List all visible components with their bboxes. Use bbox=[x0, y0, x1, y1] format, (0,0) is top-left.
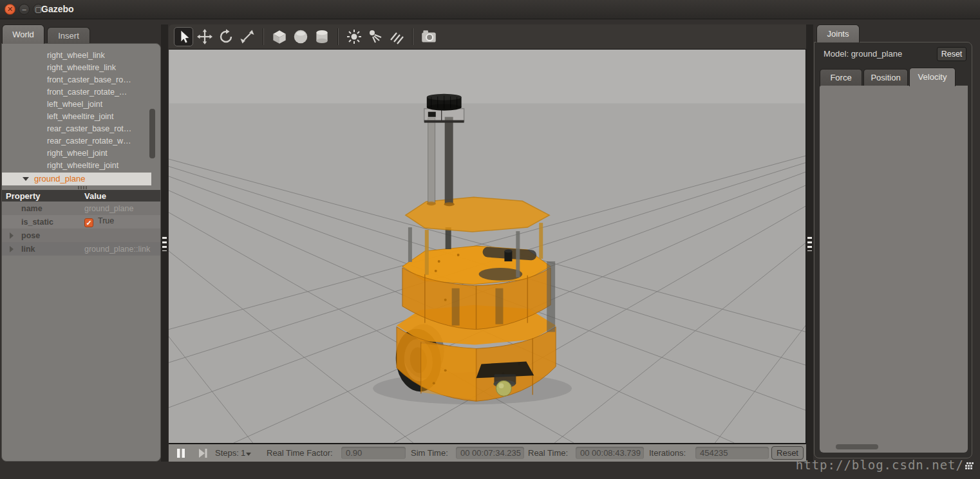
tree-item[interactable]: right_wheeltire_link bbox=[2, 62, 160, 74]
arrow-cursor-icon bbox=[176, 29, 191, 44]
property-table: Property Value name ground_plane is_stat… bbox=[2, 190, 161, 256]
tree-item[interactable]: right_wheel_link bbox=[2, 50, 160, 62]
step-button[interactable] bbox=[194, 447, 211, 460]
point-light-button[interactable] bbox=[344, 27, 364, 46]
scale-tool-button[interactable] bbox=[238, 27, 257, 46]
tree-scrollbar-thumb[interactable] bbox=[149, 109, 155, 158]
scale-icon bbox=[239, 28, 256, 45]
right-splitter[interactable] bbox=[806, 24, 813, 462]
header-property: Property bbox=[2, 191, 82, 201]
world-panel: right_wheel_link right_wheeltire_link fr… bbox=[1, 43, 161, 462]
sphere-icon bbox=[292, 28, 310, 46]
sim-time-label: Sim Time: bbox=[411, 448, 448, 458]
left-splitter[interactable] bbox=[161, 24, 168, 462]
tab-insert[interactable]: Insert bbox=[47, 27, 90, 44]
toolbar-separator bbox=[337, 28, 339, 45]
expand-right-icon[interactable] bbox=[10, 232, 14, 239]
toolbar-separator bbox=[263, 28, 264, 45]
view-toolbar bbox=[169, 24, 806, 49]
window-minimize-button[interactable]: – bbox=[19, 4, 30, 15]
tab-force[interactable]: Force bbox=[820, 69, 862, 86]
tree-item[interactable]: right_wheel_joint bbox=[2, 147, 160, 160]
tree-item[interactable]: front_caster_rotate_… bbox=[2, 86, 160, 99]
joints-reset-button[interactable]: Reset bbox=[937, 47, 966, 61]
rotate-icon bbox=[218, 28, 234, 45]
sky bbox=[169, 50, 805, 104]
property-row-is-static[interactable]: is_static ✓True bbox=[2, 215, 161, 229]
steps-label: Steps: bbox=[215, 448, 239, 458]
window-close-button[interactable]: ✕ bbox=[5, 4, 15, 15]
header-value: Value bbox=[82, 191, 161, 201]
velocity-tab-content bbox=[820, 86, 968, 453]
watermark: http://blog.csdn.net/ bbox=[796, 458, 967, 472]
translate-icon bbox=[196, 28, 213, 45]
sim-time-field[interactable]: 00 00:07:34.235 bbox=[456, 447, 524, 459]
tree-item[interactable]: rear_caster_base_rot… bbox=[2, 123, 160, 135]
tree-item[interactable]: front_caster_base_ro… bbox=[2, 74, 160, 86]
checkbox-checked-icon[interactable]: ✓ bbox=[84, 218, 93, 227]
property-row-link[interactable]: link ground_plane::link bbox=[2, 242, 161, 256]
property-row-name[interactable]: name ground_plane bbox=[2, 202, 161, 215]
pause-icon bbox=[176, 448, 186, 458]
tree-item[interactable]: left_wheel_joint bbox=[2, 99, 160, 111]
rotate-tool-button[interactable] bbox=[216, 27, 236, 46]
tab-position[interactable]: Position bbox=[863, 69, 908, 86]
simulation-statusbar: Steps: 1 Real Time Factor: 0.90 Sim Time… bbox=[169, 444, 806, 462]
rtf-label: Real Time Factor: bbox=[267, 448, 333, 458]
joints-panel: Model: ground_plane Reset Force Position… bbox=[814, 42, 972, 458]
window-title: Gazebo bbox=[41, 4, 74, 14]
render-viewport: Steps: 1 Real Time Factor: 0.90 Sim Time… bbox=[169, 24, 806, 462]
spot-light-icon bbox=[367, 28, 384, 45]
screenshot-button[interactable] bbox=[419, 27, 438, 46]
tree-item[interactable]: left_wheeltire_joint bbox=[2, 111, 160, 123]
tree-item[interactable]: right_wheeltire_joint bbox=[2, 160, 160, 172]
real-time-label: Real Time: bbox=[528, 448, 568, 458]
tree-item-ground-plane-selected[interactable]: ground_plane bbox=[2, 173, 151, 185]
tab-joints[interactable]: Joints bbox=[816, 24, 860, 42]
iterations-label: Iterations: bbox=[649, 448, 686, 458]
translate-tool-button[interactable] bbox=[195, 27, 214, 46]
scene-tree: right_wheel_link right_wheeltire_link fr… bbox=[2, 44, 160, 185]
real-time-field[interactable]: 00 00:08:43.739 bbox=[576, 447, 644, 459]
pixel-cursor-icon bbox=[965, 467, 967, 469]
directional-light-button[interactable] bbox=[387, 27, 406, 46]
iterations-field[interactable]: 454235 bbox=[695, 447, 769, 459]
expand-right-icon[interactable] bbox=[10, 246, 14, 252]
robot-camera-sensor bbox=[424, 94, 464, 123]
point-light-icon bbox=[346, 28, 363, 45]
tab-world[interactable]: World bbox=[2, 24, 44, 44]
grip-icon bbox=[78, 186, 87, 189]
insert-box-button[interactable] bbox=[270, 27, 289, 46]
tree-item[interactable]: rear_caster_rotate_w… bbox=[2, 135, 160, 147]
property-table-header: Property Value bbox=[2, 190, 161, 202]
select-tool-button[interactable] bbox=[174, 27, 193, 46]
joints-model-label: Model: ground_plane bbox=[824, 49, 902, 59]
pause-button[interactable] bbox=[173, 447, 189, 460]
insert-sphere-button[interactable] bbox=[291, 27, 310, 46]
viewport-3d-scene[interactable] bbox=[169, 49, 806, 444]
grip-icon bbox=[162, 237, 167, 251]
directional-light-icon bbox=[388, 28, 405, 45]
tab-velocity[interactable]: Velocity bbox=[909, 68, 956, 86]
steps-value[interactable]: 1 bbox=[241, 448, 245, 458]
grip-icon bbox=[807, 237, 812, 251]
spot-light-button[interactable] bbox=[366, 27, 385, 46]
toolbar-separator bbox=[412, 28, 413, 45]
step-forward-icon bbox=[198, 448, 208, 458]
window-titlebar: ✕ – ▢ Gazebo bbox=[0, 0, 980, 19]
cylinder-icon bbox=[313, 28, 331, 46]
insert-cylinder-button[interactable] bbox=[312, 27, 332, 46]
panel-splitter-handle[interactable] bbox=[2, 185, 160, 190]
camera-icon bbox=[420, 28, 438, 46]
chevron-down-icon[interactable] bbox=[23, 177, 29, 181]
rtf-field[interactable]: 0.90 bbox=[341, 447, 406, 459]
property-row-pose[interactable]: pose bbox=[2, 229, 161, 242]
horizontal-scrollbar-thumb[interactable] bbox=[836, 444, 878, 449]
steps-spinner-icon[interactable] bbox=[246, 453, 251, 456]
box-icon bbox=[270, 28, 288, 46]
